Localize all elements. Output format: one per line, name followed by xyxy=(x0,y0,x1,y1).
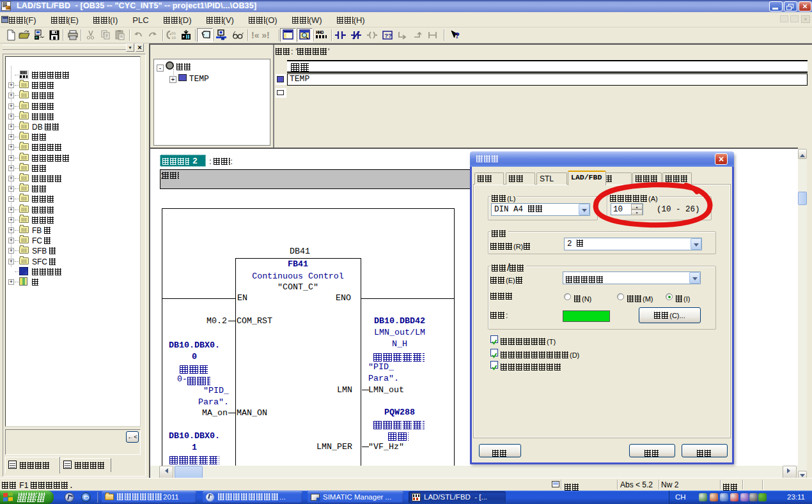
svg-text:01: 01 xyxy=(171,31,176,36)
svg-text:??: ?? xyxy=(384,32,392,39)
svg-text:?: ? xyxy=(455,31,460,40)
svg-text:10: 10 xyxy=(171,36,176,40)
